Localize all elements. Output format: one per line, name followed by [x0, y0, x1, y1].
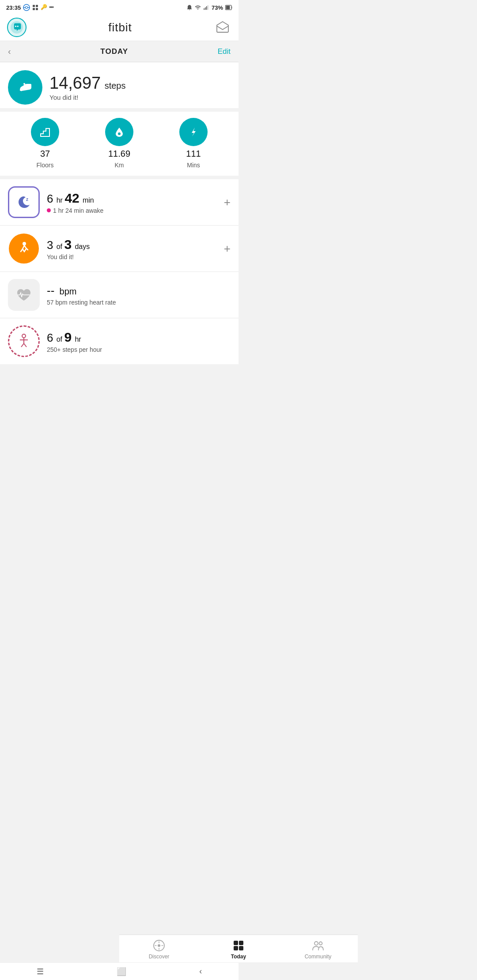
svg-point-13 [15, 26, 16, 27]
sleep-icon[interactable]: z [8, 186, 40, 218]
activehours-main: 6 of 9 hr [47, 330, 231, 345]
status-time: 23:35 🔑 ••• [6, 4, 53, 11]
svg-point-14 [17, 26, 19, 27]
sleep-main: 6 hr 42 min [47, 191, 217, 206]
sleep-awake: 1 hr 24 min awake [53, 207, 103, 214]
avatar[interactable] [7, 18, 26, 37]
activity-add-button[interactable]: + [224, 242, 231, 256]
floors-icon [31, 118, 59, 146]
activehours-icon-wrap [8, 325, 40, 357]
svg-point-19 [22, 334, 26, 338]
battery-display: 73% [212, 4, 223, 11]
stat-floors[interactable]: 37 Floors [8, 118, 82, 169]
km-value: 11.69 [108, 149, 130, 159]
heartrate-icon[interactable] [8, 279, 40, 311]
heartrate-row: -- bpm 57 bpm resting heart rate [0, 272, 238, 318]
mins-icon [179, 118, 208, 146]
stats-row: 37 Floors 11.69 Km 111 Mins [0, 112, 238, 179]
svg-rect-8 [206, 6, 207, 10]
heartrate-resting: 57 bpm resting heart rate [47, 299, 116, 306]
svg-text:z: z [26, 197, 28, 202]
activity-main: 3 of 3 days [47, 237, 217, 252]
steps-count-row: 14,697 steps [49, 74, 126, 93]
activehours-info: 6 of 9 hr 250+ steps per hour [47, 330, 231, 353]
steps-unit: steps [105, 81, 126, 90]
svg-rect-6 [204, 8, 204, 10]
nav-back-button[interactable]: ‹ [8, 46, 11, 57]
mins-unit: Mins [187, 162, 200, 169]
svg-rect-9 [208, 5, 208, 10]
steps-count: 14,697 [49, 74, 101, 92]
main-content: 14,697 steps You did it! 37 Floors [0, 62, 238, 364]
svg-point-16 [118, 132, 121, 135]
activehours-sub: 250+ steps per hour [47, 346, 231, 353]
sleep-icon-wrap: z [8, 186, 40, 218]
activity-current: 3 [47, 238, 53, 252]
activity-icon[interactable] [9, 234, 39, 264]
activehours-total: 9 [64, 330, 72, 344]
activity-row: 3 of 3 days You did it! + [0, 226, 238, 272]
activehours-unit: hr [75, 335, 81, 343]
steps-icon[interactable] [8, 70, 42, 105]
sleep-row: z 6 hr 42 min 1 hr 24 min awake + [0, 179, 238, 226]
nav-title: TODAY [100, 47, 128, 56]
activity-unit: days [75, 243, 90, 250]
svg-point-1 [26, 7, 28, 9]
svg-rect-2 [33, 5, 35, 7]
stat-km[interactable]: 11.69 Km [82, 118, 156, 169]
svg-rect-11 [226, 6, 230, 9]
activity-total: 3 [64, 237, 72, 252]
status-bar: 23:35 🔑 ••• 73% [0, 0, 238, 14]
steps-info: 14,697 steps You did it! [49, 74, 126, 101]
activehours-subtitle: 250+ steps per hour [47, 346, 102, 353]
mins-value: 111 [186, 149, 201, 159]
activity-subtitle: You did it! [47, 253, 74, 260]
time-display: 23:35 [6, 4, 21, 11]
sleep-info: 6 hr 42 min 1 hr 24 min awake [47, 191, 217, 214]
svg-rect-5 [36, 8, 38, 10]
heartrate-sub: 57 bpm resting heart rate [47, 299, 231, 306]
steps-subtitle: You did it! [49, 94, 126, 101]
status-icons: 🔑 ••• [23, 4, 53, 11]
app-header: fitbit [0, 14, 238, 41]
heartrate-main: -- bpm [47, 284, 231, 298]
sleep-add-button[interactable]: + [224, 196, 231, 209]
heartrate-current: -- [47, 284, 54, 297]
activity-sub: You did it! [47, 253, 217, 260]
sleep-hours: 6 [47, 192, 53, 205]
activehours-icon[interactable] [8, 325, 40, 357]
inbox-button[interactable] [214, 19, 231, 36]
svg-rect-3 [36, 5, 38, 7]
nav-edit-button[interactable]: Edit [218, 47, 231, 56]
heartrate-icon-wrap [8, 279, 40, 311]
svg-rect-4 [33, 8, 35, 10]
activity-info: 3 of 3 days You did it! [47, 237, 217, 260]
nav-bar: ‹ TODAY Edit [0, 41, 238, 62]
steps-section: 14,697 steps You did it! [0, 62, 238, 112]
sleep-sub: 1 hr 24 min awake [47, 207, 217, 214]
heartrate-unit: bpm [60, 286, 77, 296]
km-unit: Km [115, 162, 124, 169]
sleep-minutes: 42 [64, 191, 79, 205]
activity-icon-wrap [8, 233, 40, 264]
heartrate-info: -- bpm 57 bpm resting heart rate [47, 284, 231, 306]
km-icon [105, 118, 133, 146]
svg-point-15 [23, 83, 25, 85]
activehours-current: 6 [47, 331, 53, 344]
floors-unit: Floors [37, 162, 54, 169]
svg-line-23 [24, 343, 26, 347]
app-title: fitbit [108, 21, 132, 34]
svg-line-22 [21, 343, 24, 347]
floors-value: 37 [40, 149, 50, 159]
status-indicators: 73% [186, 4, 232, 11]
stat-mins[interactable]: 111 Mins [156, 118, 231, 169]
svg-rect-7 [205, 7, 206, 10]
activehours-row: 6 of 9 hr 250+ steps per hour [0, 318, 238, 364]
awake-dot [47, 208, 51, 212]
